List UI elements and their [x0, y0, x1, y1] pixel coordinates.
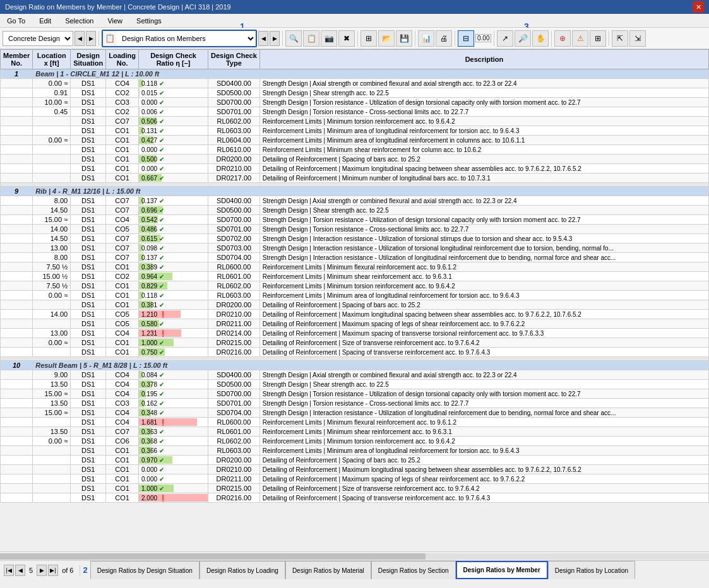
ratio-cell: 0.970 ✔ [139, 456, 208, 465]
menu-selection[interactable]: Selection [63, 16, 95, 25]
save-button[interactable]: 💾 [396, 30, 412, 47]
table-row: 9.00 DS1 CO4 0.084 ✔ SD0400.00 Strength … [1, 370, 709, 380]
cell-description: Strength Design | Axial strength or comb… [259, 370, 708, 380]
cell-location [33, 465, 71, 474]
member-title: Rib | 4 - R_M1 12/16 | L : 15.00 ft [33, 187, 709, 196]
first-page-button[interactable]: |◀ [4, 565, 14, 576]
cell-design-sit: DS1 [71, 155, 106, 164]
cell-check-type: RL0602.00 [208, 437, 260, 446]
bottom-tab-0[interactable]: Design Ratios by Design Situation [90, 561, 200, 579]
cell-member [1, 117, 33, 126]
screenshot-button[interactable]: 📷 [321, 30, 337, 47]
total-pages: of 6 [59, 567, 76, 574]
print-button[interactable]: 🖨 [436, 30, 452, 47]
view-next-button[interactable]: ▶ [270, 31, 280, 46]
cell-member [1, 418, 33, 427]
table-row: 13.00 DS1 CO4 1.231 ❗ DR0214.00 Detailin… [1, 329, 709, 338]
view-prev-button[interactable]: ◀ [258, 31, 268, 46]
next-page-button[interactable]: ▶ [37, 565, 47, 576]
menu-edit[interactable]: Edit [37, 16, 53, 25]
cell-check-type: RL0602.00 [208, 117, 260, 126]
cell-description: Strength Design | Torsion resistance - C… [259, 225, 708, 234]
table-row: 15.00 ≈ DS1 CO4 0.542 ✔ SD0700.00 Streng… [1, 215, 709, 225]
cell-location: 14.00 [33, 225, 71, 234]
cell-member [1, 136, 33, 145]
grid-button[interactable]: ⊞ [590, 30, 606, 47]
separator-7 [551, 31, 552, 46]
cell-member [1, 88, 33, 98]
ratio-cell: 0.137 ✔ [139, 196, 208, 206]
table-row: 14.00 DS1 CO5 0.486 ✔ SD0701.00 Strength… [1, 225, 709, 234]
bottom-tab-3[interactable]: Design Ratios by Section [371, 561, 456, 579]
cell-description: Detailing of Reinforcement | Size of tra… [259, 338, 708, 348]
cell-design-sit: DS1 [71, 329, 106, 338]
horizontal-scrollbar[interactable] [0, 551, 709, 560]
cell-loading: CO7 [106, 253, 139, 262]
bottom-tab-4[interactable]: Design Ratios by Member [456, 561, 548, 579]
ratio-cell: 1.231 ❗ [139, 329, 208, 338]
copy-button[interactable]: 📋 [303, 30, 319, 47]
bottom-tab-2[interactable]: Design Ratios by Material [285, 561, 371, 579]
next-design-button[interactable]: ▶ [86, 31, 96, 46]
menu-view[interactable]: View [105, 16, 124, 25]
cell-check-type: RL0604.00 [208, 136, 260, 145]
cell-loading: CO3 [106, 98, 139, 107]
cell-check-type: RL0600.00 [208, 262, 260, 272]
collapse-button[interactable]: ⇲ [629, 30, 646, 47]
table-row: DS1 CO1 0.667 ✔ DR0217.00 Detailing of R… [1, 173, 709, 183]
cell-check-type: DR0217.00 [208, 173, 260, 183]
cell-location [33, 126, 71, 136]
cell-design-sit: DS1 [71, 389, 106, 399]
menu-goto[interactable]: Go To [5, 16, 27, 25]
cell-loading: CO7 [106, 244, 139, 253]
bottom-tab-5[interactable]: Design Ratios by Location [548, 561, 635, 579]
table-button[interactable]: ⊞ [360, 30, 377, 47]
close-button[interactable]: ✕ [693, 1, 704, 13]
table-row: DS1 CO4 1.681 ❗ RL0600.00 Reinforcement … [1, 418, 709, 427]
menu-settings[interactable]: Settings [134, 16, 164, 25]
cell-member [1, 206, 33, 215]
cell-loading: CO1 [106, 446, 139, 456]
cell-member [1, 155, 33, 164]
cell-check-type: RL0600.00 [208, 418, 260, 427]
cursor-button[interactable]: ↗ [497, 30, 513, 47]
cell-location: 13.50 [33, 399, 71, 408]
cell-design-sit: DS1 [71, 98, 106, 107]
cell-member [1, 196, 33, 206]
cell-design-sit: DS1 [71, 79, 106, 88]
cell-location: 13.00 [33, 244, 71, 253]
separator-5 [455, 31, 455, 46]
cell-design-sit: DS1 [71, 493, 106, 503]
table-row: 15.00 ≈ DS1 CO4 0.348 ✔ SD0704.00 Streng… [1, 408, 709, 418]
last-page-button[interactable]: ▶| [48, 565, 58, 576]
prev-design-button[interactable]: ◀ [74, 31, 85, 46]
cell-design-sit: DS1 [71, 234, 106, 244]
bottom-tab-1[interactable]: Design Ratios by Loading [200, 561, 285, 579]
cell-loading: CO7 [106, 427, 139, 437]
delete-button[interactable]: ✖ [338, 30, 355, 47]
ratio-cell: 0.381 ✔ [139, 300, 208, 310]
expand-button[interactable]: ⇱ [612, 30, 628, 47]
cell-description: Detailing of Reinforcement | Size of tra… [259, 484, 708, 493]
cell-design-sit: DS1 [71, 319, 106, 329]
concrete-design-dropdown[interactable]: Concrete Design [3, 31, 73, 46]
ratio-cell: 0.750 ✔ [139, 348, 208, 357]
zoom-button[interactable]: 🔎 [515, 30, 531, 47]
pan-button[interactable]: ✋ [532, 30, 549, 47]
cell-location: 13.50 [33, 380, 71, 389]
view-dropdown[interactable]: Design Ratios on Members [117, 31, 256, 46]
chart-button[interactable]: 📊 [418, 30, 434, 47]
cell-check-type: DR0216.00 [208, 348, 260, 357]
filter-active-button[interactable]: ⊟ [458, 30, 474, 47]
cell-check-type: RL0610.00 [208, 145, 260, 155]
cell-loading: CO7 [106, 117, 139, 126]
info-button[interactable]: ⊕ [554, 30, 571, 47]
cell-description: Detailing of Reinforcement | Minimum num… [259, 173, 708, 183]
prev-page-button[interactable]: ◀ [15, 565, 25, 576]
search-button[interactable]: 🔍 [285, 30, 302, 47]
cell-design-sit: DS1 [71, 262, 106, 272]
warning-button[interactable]: ⚠ [572, 30, 588, 47]
open-button[interactable]: 📂 [378, 30, 395, 47]
ratio-cell: 0.195 ✔ [139, 389, 208, 399]
cell-description: Strength Design | Torsion resistance - U… [259, 389, 708, 399]
